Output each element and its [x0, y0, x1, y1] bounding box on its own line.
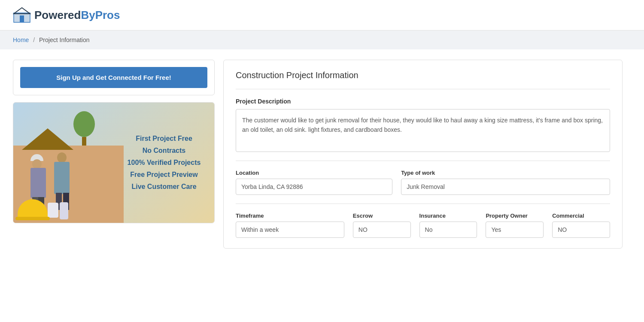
promo-item-5: Live Customer Care	[131, 183, 196, 191]
divider-1	[236, 89, 610, 89]
main-content: Sign Up and Get Connected For Free!	[0, 49, 635, 259]
yellow-helmet-brim	[15, 217, 50, 220]
breadcrumb-separator: /	[33, 36, 35, 43]
location-value: Yorba Linda, CA 92886	[236, 179, 392, 195]
location-type-row: Location Yorba Linda, CA 92886 Type of w…	[236, 170, 610, 195]
property-owner-label: Property Owner	[486, 213, 544, 219]
project-description-text: The customer would like to get junk remo…	[236, 109, 610, 152]
sidebar: Sign Up and Get Connected For Free!	[13, 60, 215, 249]
promo-item-2: No Contracts	[143, 147, 185, 155]
property-owner-group: Property Owner Yes	[486, 213, 544, 238]
tree-decoration	[73, 111, 95, 146]
logo-icon	[13, 7, 31, 23]
breadcrumb-home[interactable]: Home	[13, 36, 29, 43]
timeframe-label: Timeframe	[236, 213, 344, 219]
timeframe-group: Timeframe Within a week	[236, 213, 344, 238]
project-description-label: Project Description	[236, 98, 610, 105]
commercial-value: NO	[552, 222, 610, 238]
promo-item-3: 100% Verified Projects	[128, 159, 201, 167]
promo-text-area: First Project Free No Contracts 100% Ver…	[114, 103, 214, 223]
location-group: Location Yorba Linda, CA 92886	[236, 170, 392, 195]
promo-card: First Project Free No Contracts 100% Ver…	[13, 102, 215, 223]
promo-item-4: Free Project Preview	[130, 171, 197, 179]
escrow-value: NO	[353, 222, 411, 238]
property-owner-value: Yes	[486, 222, 544, 238]
blueprint-roll2	[60, 202, 68, 219]
escrow-group: Escrow NO	[353, 213, 411, 238]
signup-btn-wrap: Sign Up and Get Connected For Free!	[13, 60, 215, 95]
promo-item-1: First Project Free	[136, 135, 192, 143]
type-of-work-group: Type of work Junk Removal	[401, 170, 610, 195]
logo-text: PoweredByPros	[34, 9, 120, 22]
commercial-label: Commercial	[552, 213, 610, 219]
house-roof	[22, 128, 73, 150]
type-of-work-label: Type of work	[401, 170, 610, 176]
logo: PoweredByPros	[13, 7, 120, 23]
blueprint-roll1	[48, 203, 58, 218]
promo-image: First Project Free No Contracts 100% Ver…	[13, 103, 214, 223]
location-label: Location	[236, 170, 392, 176]
divider-3	[236, 204, 610, 204]
panel-title: Construction Project Information	[236, 70, 610, 80]
timeframe-row: Timeframe Within a week Escrow NO Insura…	[236, 213, 610, 238]
signup-button[interactable]: Sign Up and Get Connected For Free!	[20, 67, 207, 88]
timeframe-value: Within a week	[236, 222, 344, 238]
svg-rect-2	[20, 15, 24, 22]
header: PoweredByPros	[0, 0, 644, 30]
divider-2	[236, 161, 610, 161]
content-panel: Construction Project Information Project…	[223, 60, 623, 249]
insurance-value: No	[419, 222, 477, 238]
type-of-work-value: Junk Removal	[401, 179, 610, 195]
commercial-group: Commercial NO	[552, 213, 610, 238]
insurance-group: Insurance No	[419, 213, 477, 238]
breadcrumb: Home / Project Information	[0, 30, 644, 49]
insurance-label: Insurance	[419, 213, 477, 219]
escrow-label: Escrow	[353, 213, 411, 219]
scene-left	[13, 103, 124, 223]
breadcrumb-current: Project Information	[39, 36, 90, 43]
